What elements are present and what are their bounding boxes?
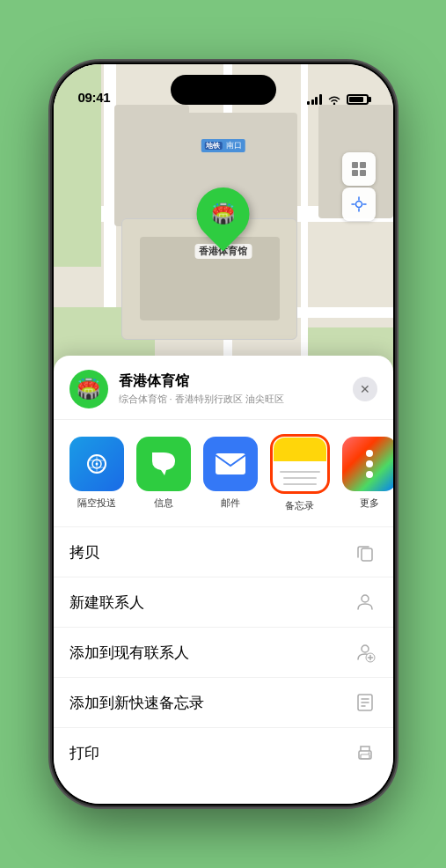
airdrop-icon bbox=[69, 437, 124, 491]
metro-label: 地铁 南口 bbox=[201, 139, 245, 152]
svg-rect-3 bbox=[352, 170, 358, 176]
print-icon bbox=[353, 740, 377, 765]
svg-rect-9 bbox=[216, 453, 245, 474]
more-icon bbox=[342, 437, 393, 491]
svg-point-5 bbox=[355, 202, 362, 208]
location-button[interactable] bbox=[342, 188, 376, 221]
venue-icon: 🏟️ bbox=[69, 370, 108, 408]
bottom-sheet: 🏟️ 香港体育馆 综合体育馆 · 香港特别行政区 油尖旺区 ✕ bbox=[54, 356, 393, 804]
add-existing-icon bbox=[353, 640, 377, 665]
mail-icon bbox=[203, 437, 258, 491]
action-row-print[interactable]: 打印 bbox=[54, 727, 393, 777]
location-pin: 🏟️ 香港体育馆 bbox=[194, 188, 252, 259]
more-label: 更多 bbox=[360, 497, 379, 510]
svg-point-8 bbox=[95, 463, 98, 466]
action-row-add-notes[interactable]: 添加到新快速备忘录 bbox=[54, 677, 393, 727]
map-controls bbox=[342, 152, 376, 221]
share-item-airdrop[interactable]: 隔空投送 bbox=[69, 437, 124, 510]
svg-point-12 bbox=[362, 645, 369, 652]
action-row-copy[interactable]: 拷贝 bbox=[54, 526, 393, 577]
share-item-mail[interactable]: 邮件 bbox=[203, 437, 258, 510]
add-existing-label: 添加到现有联系人 bbox=[69, 643, 353, 663]
share-item-notes[interactable]: 备忘录 bbox=[270, 434, 330, 512]
svg-point-22 bbox=[368, 753, 369, 754]
new-contact-label: 新建联系人 bbox=[69, 592, 353, 613]
notes-icon bbox=[274, 438, 326, 490]
share-row: 隔空投送 信息 bbox=[54, 420, 393, 519]
status-bar: 09:41 bbox=[54, 64, 393, 112]
messages-label: 信息 bbox=[154, 497, 173, 510]
wifi-icon bbox=[327, 94, 341, 105]
print-label: 打印 bbox=[69, 743, 353, 763]
svg-rect-2 bbox=[360, 162, 366, 168]
svg-rect-1 bbox=[352, 162, 358, 168]
svg-rect-10 bbox=[362, 548, 372, 561]
add-notes-label: 添加到新快速备忘录 bbox=[69, 693, 353, 713]
close-button[interactable]: ✕ bbox=[353, 377, 377, 401]
status-time: 09:41 bbox=[78, 90, 111, 105]
add-notes-icon bbox=[353, 690, 377, 715]
notes-label: 备忘录 bbox=[285, 499, 314, 512]
action-row-add-existing[interactable]: 添加到现有联系人 bbox=[54, 627, 393, 677]
venue-name: 香港体育馆 bbox=[119, 372, 353, 391]
battery-icon bbox=[347, 94, 369, 105]
copy-label: 拷贝 bbox=[69, 542, 353, 563]
share-item-messages[interactable]: 信息 bbox=[136, 437, 191, 510]
svg-point-11 bbox=[362, 595, 369, 602]
copy-icon bbox=[353, 540, 377, 564]
action-row-new-contact[interactable]: 新建联系人 bbox=[54, 577, 393, 627]
svg-rect-4 bbox=[360, 170, 366, 176]
venue-info-row: 🏟️ 香港体育馆 综合体育馆 · 香港特别行政区 油尖旺区 ✕ bbox=[54, 356, 393, 420]
airdrop-label: 隔空投送 bbox=[77, 497, 116, 510]
venue-text: 香港体育馆 综合体育馆 · 香港特别行政区 油尖旺区 bbox=[119, 372, 353, 406]
venue-subtitle: 综合体育馆 · 香港特别行政区 油尖旺区 bbox=[119, 393, 353, 406]
new-contact-icon bbox=[353, 590, 377, 614]
status-icons bbox=[307, 94, 369, 105]
map-type-button[interactable] bbox=[342, 152, 376, 186]
share-item-more[interactable]: 更多 bbox=[342, 437, 393, 510]
messages-icon bbox=[136, 437, 191, 491]
signal-icon bbox=[307, 94, 322, 105]
mail-label: 邮件 bbox=[221, 497, 240, 510]
